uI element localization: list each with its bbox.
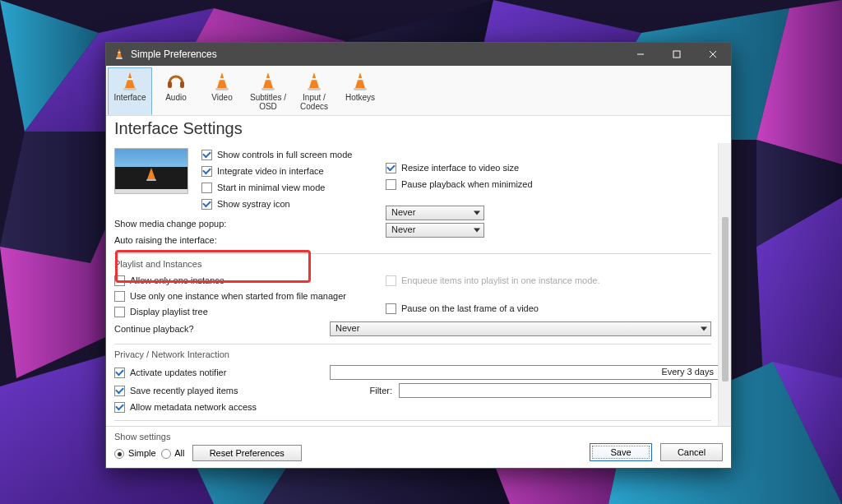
label-enqueue: Enqueue items into playlist in one insta… [401,275,600,285]
label-allow-metadata: Allow metadata network access [130,402,257,412]
label-display-tree: Display playlist tree [130,307,208,317]
svg-marker-25 [125,72,135,88]
tab-video[interactable]: Video [200,67,244,115]
checkbox-allow-one-instance[interactable] [114,275,125,286]
section-playlist-title: Playlist and Instances [114,259,711,269]
label-radio-simple: Simple [128,448,156,458]
label-pause-minimized: Pause playback when minimized [401,179,533,189]
radio-simple[interactable] [114,449,124,459]
section-privacy-title: Privacy / Network Interaction [114,349,711,359]
cone-icon [351,72,369,91]
checkbox-display-tree[interactable] [114,307,125,317]
svg-rect-26 [127,78,132,80]
label-start-minimal: Start in minimal view mode [217,183,325,192]
page-title: Interface Settings [106,116,731,143]
svg-rect-28 [168,81,172,88]
dropdown-continue-playback[interactable]: Never [330,321,711,336]
label-show-systray: Show systray icon [217,199,290,209]
label-allow-one: Allow only one instance [130,275,224,285]
svg-rect-32 [215,88,229,90]
chevron-down-icon [474,211,480,215]
chevron-down-icon [474,229,480,233]
window-title: Simple Preferences [131,49,217,60]
chevron-down-icon [701,327,707,331]
cancel-button[interactable]: Cancel [660,443,723,461]
tab-interface[interactable]: Interface [108,67,152,115]
label-pause-last: Pause on the last frame of a video [401,303,539,313]
svg-marker-33 [263,72,273,88]
label-resize-interface: Resize interface to video size [401,163,519,173]
label-media-change: Show media change popup: [114,219,226,229]
checkbox-show-controls[interactable] [201,150,212,160]
filter-input[interactable] [399,383,711,398]
app-icon [113,48,126,61]
checkbox-start-minimal[interactable] [201,183,212,193]
label-show-controls: Show controls in full screen mode [217,150,352,160]
tab-audio[interactable]: Audio [154,67,198,115]
tab-subtitles[interactable]: Subtitles / OSD [246,67,290,115]
svg-rect-37 [312,78,317,80]
headphones-icon [166,72,186,91]
close-button[interactable] [695,43,731,66]
checkbox-activate-updates[interactable] [114,368,125,378]
vertical-scrollbar[interactable] [718,143,731,426]
svg-rect-38 [308,88,321,90]
cone-icon [305,72,323,91]
svg-rect-40 [358,78,363,80]
label-integrate-video: Integrate video in interface [217,166,324,176]
svg-rect-31 [220,78,224,80]
checkbox-pause-last-frame[interactable] [386,303,396,314]
radio-all[interactable] [161,449,171,459]
checkbox-integrate-video[interactable] [201,166,212,177]
label-activate-updates: Activate updates notifier [130,368,226,377]
checkbox-one-instance-filemgr[interactable] [114,291,125,302]
spinner-update-interval[interactable]: Every 3 days [330,365,718,380]
checkbox-allow-metadata[interactable] [114,402,125,413]
cone-icon [213,72,231,91]
cone-icon [259,72,277,91]
svg-marker-42 [147,168,155,179]
label-filter: Filter: [326,386,392,395]
svg-rect-34 [266,78,271,80]
category-tabs: Interface Audio Video Subtitles / OSD In… [106,66,731,116]
button-reset-preferences[interactable]: Reset Preferences [192,445,302,461]
checkbox-save-recent[interactable] [114,386,125,396]
label-one-instance-fm: Use only one instance when started from … [130,291,346,301]
svg-marker-30 [217,72,227,88]
titlebar[interactable]: Simple Preferences [106,43,731,66]
label-save-recent: Save recently played items [130,386,238,395]
svg-rect-20 [116,58,123,59]
footer: Show settings Simple All Reset Preferenc… [106,426,731,468]
tab-hotkeys[interactable]: Hotkeys [338,67,382,115]
svg-marker-36 [309,72,319,88]
svg-rect-19 [118,52,121,53]
checkbox-enqueue-items [386,275,396,286]
label-show-settings: Show settings [114,432,302,442]
scrollbar-thumb[interactable] [722,217,729,381]
svg-marker-18 [117,49,122,58]
cone-icon [121,72,139,91]
settings-content: Show controls in full screen mode Integr… [106,143,718,426]
svg-rect-29 [180,81,184,88]
checkbox-resize-interface[interactable] [386,163,396,173]
checkbox-show-systray[interactable] [201,199,212,210]
tab-input-codecs[interactable]: Input / Codecs [292,67,336,115]
maximize-button[interactable] [659,43,695,66]
svg-rect-43 [146,179,156,181]
dropdown-auto-raise[interactable]: Never [386,223,484,238]
interface-preview-image [114,148,188,194]
dropdown-media-change[interactable]: Never [386,206,484,220]
save-button[interactable]: Save [590,443,652,461]
label-auto-raise: Auto raising the interface: [114,235,217,245]
svg-rect-27 [123,88,136,90]
checkbox-pause-minimized[interactable] [386,179,396,190]
minimize-button[interactable] [622,43,659,66]
svg-rect-35 [261,88,275,90]
label-radio-all: All [174,448,184,458]
label-continue-playback: Continue playback? [114,324,320,334]
svg-rect-41 [354,88,367,90]
svg-rect-22 [673,51,680,58]
svg-marker-39 [355,72,365,88]
preferences-window: Simple Preferences Interface Audio Video… [105,42,732,469]
